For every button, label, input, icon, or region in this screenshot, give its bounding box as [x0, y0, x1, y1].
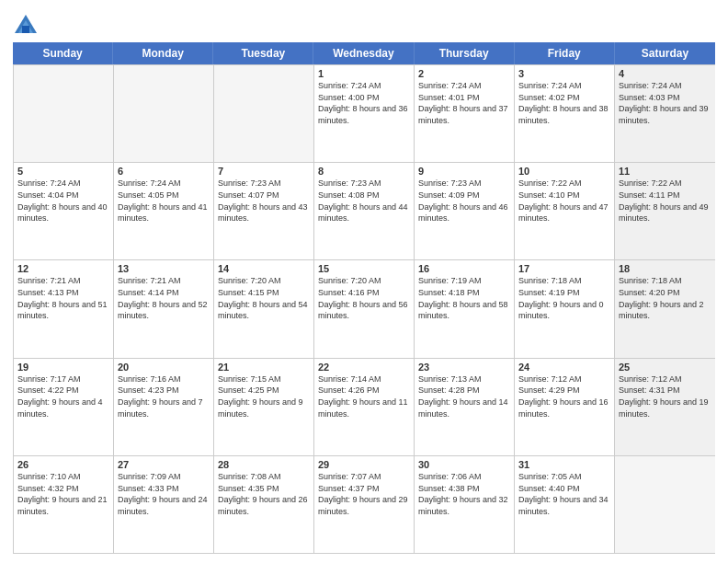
day-number: 19 — [17, 362, 109, 373]
cal-cell: 30Sunrise: 7:06 AM Sunset: 4:38 PM Dayli… — [415, 456, 515, 553]
cal-cell: 22Sunrise: 7:14 AM Sunset: 4:26 PM Dayli… — [314, 359, 415, 455]
cell-info: Sunrise: 7:18 AM Sunset: 4:20 PM Dayligh… — [619, 276, 704, 320]
cell-info: Sunrise: 7:23 AM Sunset: 4:09 PM Dayligh… — [418, 178, 508, 223]
day-number: 21 — [218, 362, 310, 373]
cal-cell: 4Sunrise: 7:24 AM Sunset: 4:03 PM Daylig… — [615, 65, 715, 162]
cal-cell: 11Sunrise: 7:22 AM Sunset: 4:11 PM Dayli… — [615, 163, 715, 259]
cal-cell: 31Sunrise: 7:05 AM Sunset: 4:40 PM Dayli… — [515, 456, 615, 553]
day-number: 9 — [418, 166, 510, 177]
cell-info: Sunrise: 7:21 AM Sunset: 4:14 PM Dayligh… — [118, 276, 208, 320]
day-number: 30 — [418, 459, 510, 470]
calendar-row-3: 19Sunrise: 7:17 AM Sunset: 4:22 PM Dayli… — [14, 358, 715, 455]
cal-cell: 17Sunrise: 7:18 AM Sunset: 4:19 PM Dayli… — [515, 260, 615, 357]
cal-cell — [114, 65, 214, 162]
cal-cell: 14Sunrise: 7:20 AM Sunset: 4:15 PM Dayli… — [214, 260, 314, 357]
header-day-wednesday: Wednesday — [313, 42, 414, 64]
cell-info: Sunrise: 7:12 AM Sunset: 4:31 PM Dayligh… — [619, 374, 709, 419]
day-number: 4 — [619, 68, 711, 79]
page: SundayMondayTuesdayWednesdayThursdayFrid… — [0, 0, 728, 563]
cal-cell: 2Sunrise: 7:24 AM Sunset: 4:01 PM Daylig… — [415, 65, 515, 162]
day-number: 2 — [418, 68, 510, 79]
cal-cell: 20Sunrise: 7:16 AM Sunset: 4:23 PM Dayli… — [114, 359, 214, 455]
cal-cell: 28Sunrise: 7:08 AM Sunset: 4:35 PM Dayli… — [214, 456, 314, 553]
cell-info: Sunrise: 7:16 AM Sunset: 4:23 PM Dayligh… — [118, 374, 203, 419]
cell-info: Sunrise: 7:20 AM Sunset: 4:15 PM Dayligh… — [218, 276, 308, 320]
svg-rect-2 — [22, 26, 29, 33]
cal-cell: 16Sunrise: 7:19 AM Sunset: 4:18 PM Dayli… — [415, 260, 515, 357]
day-number: 26 — [17, 459, 109, 470]
day-number: 7 — [218, 166, 310, 177]
cell-info: Sunrise: 7:21 AM Sunset: 4:13 PM Dayligh… — [17, 276, 108, 320]
cal-cell: 6Sunrise: 7:24 AM Sunset: 4:05 PM Daylig… — [114, 163, 214, 259]
cell-info: Sunrise: 7:24 AM Sunset: 4:00 PM Dayligh… — [318, 81, 408, 125]
day-number: 24 — [518, 362, 610, 373]
cal-cell: 13Sunrise: 7:21 AM Sunset: 4:14 PM Dayli… — [114, 260, 214, 357]
day-number: 11 — [619, 166, 711, 177]
day-number: 12 — [17, 263, 109, 274]
cell-info: Sunrise: 7:24 AM Sunset: 4:03 PM Dayligh… — [619, 81, 709, 125]
day-number: 15 — [318, 263, 410, 274]
cal-cell — [615, 456, 715, 553]
logo-icon — [13, 13, 39, 39]
calendar-body: 1Sunrise: 7:24 AM Sunset: 4:00 PM Daylig… — [13, 64, 715, 554]
cell-info: Sunrise: 7:19 AM Sunset: 4:18 PM Dayligh… — [418, 276, 508, 320]
day-number: 16 — [418, 263, 510, 274]
cell-info: Sunrise: 7:08 AM Sunset: 4:35 PM Dayligh… — [218, 472, 308, 516]
day-number: 14 — [218, 263, 310, 274]
cal-cell: 26Sunrise: 7:10 AM Sunset: 4:32 PM Dayli… — [14, 456, 114, 553]
cell-info: Sunrise: 7:22 AM Sunset: 4:10 PM Dayligh… — [518, 178, 609, 223]
cell-info: Sunrise: 7:06 AM Sunset: 4:38 PM Dayligh… — [418, 472, 508, 516]
day-number: 18 — [619, 263, 711, 274]
cell-info: Sunrise: 7:24 AM Sunset: 4:01 PM Dayligh… — [418, 81, 508, 125]
cal-cell: 1Sunrise: 7:24 AM Sunset: 4:00 PM Daylig… — [314, 65, 415, 162]
cal-cell: 19Sunrise: 7:17 AM Sunset: 4:22 PM Dayli… — [14, 359, 114, 455]
cell-info: Sunrise: 7:10 AM Sunset: 4:32 PM Dayligh… — [17, 472, 108, 516]
cell-info: Sunrise: 7:24 AM Sunset: 4:04 PM Dayligh… — [17, 178, 108, 223]
cal-cell: 5Sunrise: 7:24 AM Sunset: 4:04 PM Daylig… — [14, 163, 114, 259]
day-number: 5 — [17, 166, 109, 177]
cal-cell: 23Sunrise: 7:13 AM Sunset: 4:28 PM Dayli… — [415, 359, 515, 455]
cal-cell: 8Sunrise: 7:23 AM Sunset: 4:08 PM Daylig… — [314, 163, 415, 259]
cal-cell: 29Sunrise: 7:07 AM Sunset: 4:37 PM Dayli… — [314, 456, 415, 553]
cell-info: Sunrise: 7:05 AM Sunset: 4:40 PM Dayligh… — [518, 472, 609, 516]
cell-info: Sunrise: 7:09 AM Sunset: 4:33 PM Dayligh… — [118, 472, 208, 516]
cell-info: Sunrise: 7:18 AM Sunset: 4:19 PM Dayligh… — [518, 276, 604, 320]
cell-info: Sunrise: 7:17 AM Sunset: 4:22 PM Dayligh… — [17, 374, 103, 419]
day-number: 25 — [619, 362, 711, 373]
cal-cell: 12Sunrise: 7:21 AM Sunset: 4:13 PM Dayli… — [14, 260, 114, 357]
calendar-row-0: 1Sunrise: 7:24 AM Sunset: 4:00 PM Daylig… — [14, 64, 715, 162]
cal-cell: 27Sunrise: 7:09 AM Sunset: 4:33 PM Dayli… — [114, 456, 214, 553]
day-number: 31 — [518, 459, 610, 470]
calendar-header: SundayMondayTuesdayWednesdayThursdayFrid… — [13, 42, 715, 64]
cell-info: Sunrise: 7:24 AM Sunset: 4:02 PM Dayligh… — [518, 81, 609, 125]
header-day-saturday: Saturday — [615, 42, 715, 64]
cell-info: Sunrise: 7:22 AM Sunset: 4:11 PM Dayligh… — [619, 178, 709, 223]
day-number: 20 — [118, 362, 210, 373]
day-number: 29 — [318, 459, 410, 470]
cal-cell: 15Sunrise: 7:20 AM Sunset: 4:16 PM Dayli… — [314, 260, 415, 357]
day-number: 3 — [518, 68, 610, 79]
header-day-monday: Monday — [113, 42, 213, 64]
calendar-row-2: 12Sunrise: 7:21 AM Sunset: 4:13 PM Dayli… — [14, 259, 715, 357]
cell-info: Sunrise: 7:23 AM Sunset: 4:08 PM Dayligh… — [318, 178, 408, 223]
day-number: 8 — [318, 166, 410, 177]
header-day-friday: Friday — [515, 42, 615, 64]
cell-info: Sunrise: 7:07 AM Sunset: 4:37 PM Dayligh… — [318, 472, 408, 516]
cell-info: Sunrise: 7:24 AM Sunset: 4:05 PM Dayligh… — [118, 178, 208, 223]
cal-cell: 24Sunrise: 7:12 AM Sunset: 4:29 PM Dayli… — [515, 359, 615, 455]
day-number: 27 — [118, 459, 210, 470]
day-number: 22 — [318, 362, 410, 373]
header-day-sunday: Sunday — [13, 42, 113, 64]
cell-info: Sunrise: 7:13 AM Sunset: 4:28 PM Dayligh… — [418, 374, 508, 419]
cal-cell: 25Sunrise: 7:12 AM Sunset: 4:31 PM Dayli… — [615, 359, 715, 455]
day-number: 1 — [318, 68, 410, 79]
calendar-row-1: 5Sunrise: 7:24 AM Sunset: 4:04 PM Daylig… — [14, 162, 715, 259]
cell-info: Sunrise: 7:20 AM Sunset: 4:16 PM Dayligh… — [318, 276, 408, 320]
cell-info: Sunrise: 7:23 AM Sunset: 4:07 PM Dayligh… — [218, 178, 308, 223]
header-day-tuesday: Tuesday — [213, 42, 313, 64]
cal-cell — [14, 65, 114, 162]
day-number: 17 — [518, 263, 610, 274]
cell-info: Sunrise: 7:12 AM Sunset: 4:29 PM Dayligh… — [518, 374, 609, 419]
cal-cell: 7Sunrise: 7:23 AM Sunset: 4:07 PM Daylig… — [214, 163, 314, 259]
day-number: 23 — [418, 362, 510, 373]
